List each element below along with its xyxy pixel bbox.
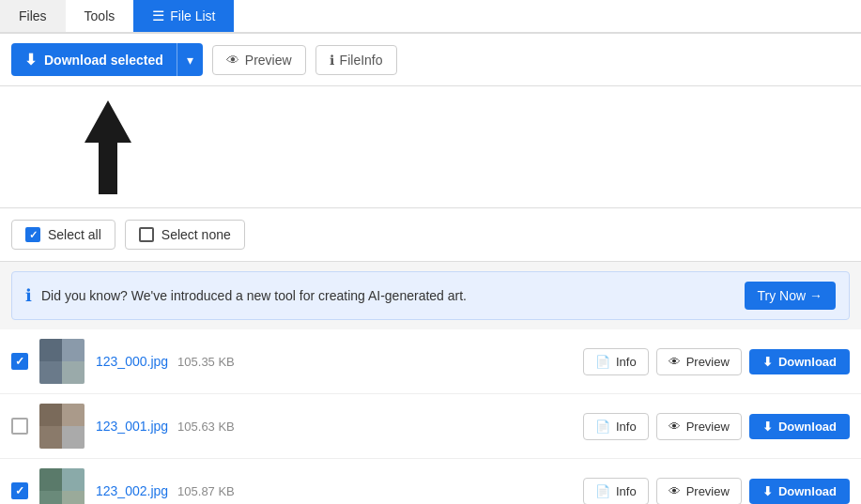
info-label-0: Info <box>616 355 637 369</box>
file-info-icon-1: 📄 <box>595 420 610 434</box>
nav-tab-files-label: Files <box>19 8 47 23</box>
download-row-icon-0: ⬇ <box>762 355 773 369</box>
preview-row-button-1[interactable]: 👁 Preview <box>656 413 742 440</box>
file-size-2: 105.87 KB <box>177 484 235 498</box>
file-thumbnail-0 <box>39 339 85 384</box>
table-row: 123_000.jpg 105.35 KB 📄 Info 👁 Preview ⬇… <box>0 329 861 394</box>
eye-row-icon-0: 👁 <box>669 355 681 369</box>
file-checkbox-1[interactable] <box>11 418 28 435</box>
download-row-button-1[interactable]: ⬇ Download <box>749 414 850 439</box>
arrow-annotation-area <box>0 86 861 208</box>
select-none-button[interactable]: Select none <box>125 220 245 250</box>
select-all-label: Select all <box>48 227 101 242</box>
info-button-2[interactable]: 📄 Info <box>583 478 649 505</box>
eye-row-icon-2: 👁 <box>669 484 681 498</box>
info-label-2: Info <box>616 484 637 498</box>
nav-tab-tools-label: Tools <box>85 8 115 23</box>
file-size-1: 105.63 KB <box>177 420 235 434</box>
file-actions-0: 📄 Info 👁 Preview ⬇ Download <box>583 348 850 375</box>
file-list: 123_000.jpg 105.35 KB 📄 Info 👁 Preview ⬇… <box>0 329 861 504</box>
nav-tab-filelist[interactable]: ☰ File List <box>133 0 234 32</box>
download-selected-button[interactable]: ⬇ Download selected <box>11 43 177 76</box>
file-info-icon-2: 📄 <box>595 484 610 498</box>
preview-row-button-0[interactable]: 👁 Preview <box>656 348 742 375</box>
try-now-label: Try Now → <box>758 288 823 303</box>
select-none-checkbox-icon <box>139 227 154 242</box>
toolbar: ⬇ Download selected ▾ 👁 Preview ℹ FileIn… <box>0 34 861 86</box>
banner-text: Did you know? We've introduced a new too… <box>41 288 735 303</box>
chevron-down-icon: ▾ <box>187 53 193 68</box>
preview-label: Preview <box>245 53 292 68</box>
table-row: 123_001.jpg 105.63 KB 📄 Info 👁 Preview ⬇… <box>0 394 861 459</box>
nav-tab-tools[interactable]: Tools <box>66 0 134 32</box>
file-size-0: 105.35 KB <box>177 355 235 369</box>
info-icon: ℹ <box>25 285 32 306</box>
download-icon: ⬇ <box>24 51 37 69</box>
file-info-icon-0: 📄 <box>595 355 610 369</box>
svg-marker-0 <box>85 100 131 194</box>
download-selected-label: Download selected <box>44 53 163 68</box>
file-checkbox-0[interactable] <box>11 353 28 370</box>
file-name-2[interactable]: 123_002.jpg <box>96 483 168 498</box>
download-row-label-0: Download <box>778 355 837 369</box>
download-row-label-1: Download <box>778 420 837 434</box>
preview-row-label-2: Preview <box>686 484 730 498</box>
file-thumbnail-1 <box>39 404 85 449</box>
eye-icon: 👁 <box>226 53 239 68</box>
nav-tab-filelist-label: File List <box>170 8 215 23</box>
info-button-1[interactable]: 📄 Info <box>583 413 649 440</box>
file-info-0: 123_000.jpg 105.35 KB <box>96 354 572 369</box>
file-actions-1: 📄 Info 👁 Preview ⬇ Download <box>583 413 850 440</box>
preview-row-label-1: Preview <box>686 420 730 434</box>
download-selected-dropdown[interactable]: ▾ <box>177 43 203 76</box>
info-label-1: Info <box>616 420 637 434</box>
select-all-button[interactable]: Select all <box>11 220 115 250</box>
info-button-0[interactable]: 📄 Info <box>583 348 649 375</box>
preview-button[interactable]: 👁 Preview <box>212 45 306 75</box>
file-actions-2: 📄 Info 👁 Preview ⬇ Download <box>583 478 850 505</box>
nav-tab-files[interactable]: Files <box>0 0 66 32</box>
fileinfo-label: FileInfo <box>340 53 383 68</box>
file-name-1[interactable]: 123_001.jpg <box>96 419 168 434</box>
preview-row-button-2[interactable]: 👁 Preview <box>656 478 742 505</box>
file-name-0[interactable]: 123_000.jpg <box>96 354 168 369</box>
file-info-1: 123_001.jpg 105.63 KB <box>96 419 572 434</box>
info-banner: ℹ Did you know? We've introduced a new t… <box>11 271 850 320</box>
top-nav: Files Tools ☰ File List <box>0 0 861 34</box>
download-row-label-2: Download <box>778 484 837 498</box>
download-row-button-2[interactable]: ⬇ Download <box>749 479 850 504</box>
download-row-button-0[interactable]: ⬇ Download <box>749 349 850 374</box>
file-checkbox-2[interactable] <box>11 482 28 499</box>
info-circle-icon: ℹ <box>330 53 334 68</box>
select-all-checkbox-icon <box>25 227 40 242</box>
file-thumbnail-2 <box>39 468 85 504</box>
fileinfo-button[interactable]: ℹ FileInfo <box>315 45 397 75</box>
try-now-button[interactable]: Try Now → <box>745 282 836 310</box>
file-info-2: 123_002.jpg 105.87 KB <box>96 483 572 498</box>
download-row-icon-2: ⬇ <box>762 484 773 498</box>
table-row: 123_002.jpg 105.87 KB 📄 Info 👁 Preview ⬇… <box>0 459 861 504</box>
select-none-label: Select none <box>161 227 231 242</box>
arrow-up-annotation <box>75 96 141 199</box>
download-selected-group: ⬇ Download selected ▾ <box>11 43 203 76</box>
eye-row-icon-1: 👁 <box>669 420 681 434</box>
list-icon: ☰ <box>152 8 164 24</box>
preview-row-label-0: Preview <box>686 355 730 369</box>
download-row-icon-1: ⬇ <box>762 420 773 434</box>
select-controls: Select all Select none <box>0 208 861 262</box>
